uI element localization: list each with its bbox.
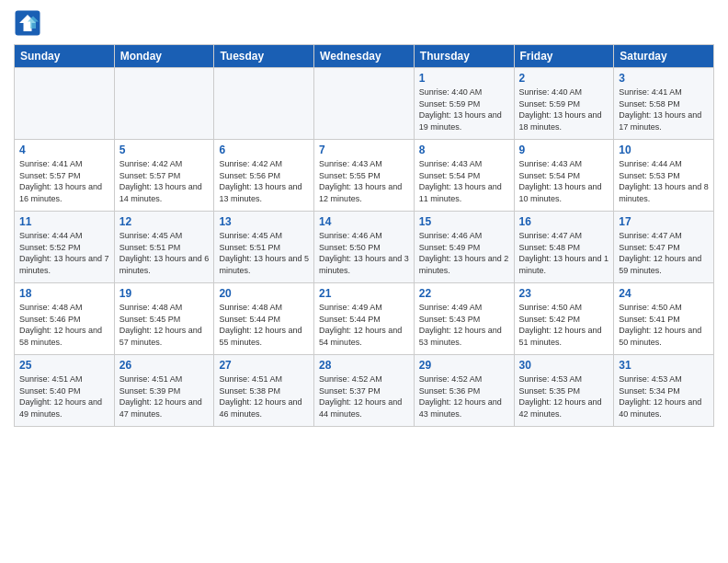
day-info: Sunrise: 4:45 AMSunset: 5:51 PMDaylight:… xyxy=(119,230,210,276)
weekday-header: Saturday xyxy=(614,45,714,68)
day-info: Sunrise: 4:40 AMSunset: 5:59 PMDaylight:… xyxy=(419,86,509,132)
day-number: 7 xyxy=(319,144,409,156)
calendar-cell: 7Sunrise: 4:43 AMSunset: 5:55 PMDaylight… xyxy=(314,140,415,212)
day-number: 27 xyxy=(219,359,309,372)
logo xyxy=(14,9,45,37)
calendar-cell: 2Sunrise: 4:40 AMSunset: 5:59 PMDaylight… xyxy=(514,68,614,140)
weekday-header: Wednesday xyxy=(314,45,415,68)
calendar-cell: 6Sunrise: 4:42 AMSunset: 5:56 PMDaylight… xyxy=(214,140,314,212)
day-info: Sunrise: 4:52 AMSunset: 5:37 PMDaylight:… xyxy=(319,373,409,419)
calendar-cell: 24Sunrise: 4:50 AMSunset: 5:41 PMDayligh… xyxy=(614,283,714,355)
calendar-cell: 4Sunrise: 4:41 AMSunset: 5:57 PMDaylight… xyxy=(15,140,115,212)
calendar-cell: 16Sunrise: 4:47 AMSunset: 5:48 PMDayligh… xyxy=(514,212,614,283)
weekday-header: Tuesday xyxy=(214,45,314,68)
day-number: 22 xyxy=(419,287,509,300)
day-number: 1 xyxy=(419,72,509,85)
calendar-cell: 22Sunrise: 4:49 AMSunset: 5:43 PMDayligh… xyxy=(414,283,514,355)
calendar-cell: 15Sunrise: 4:46 AMSunset: 5:49 PMDayligh… xyxy=(414,212,514,283)
day-number: 29 xyxy=(419,359,509,372)
day-number: 28 xyxy=(319,359,409,372)
calendar-header: SundayMondayTuesdayWednesdayThursdayFrid… xyxy=(15,45,714,68)
day-info: Sunrise: 4:45 AMSunset: 5:51 PMDaylight:… xyxy=(219,230,309,276)
day-number: 19 xyxy=(119,287,210,300)
calendar-cell: 25Sunrise: 4:51 AMSunset: 5:40 PMDayligh… xyxy=(15,355,115,427)
calendar-cell: 11Sunrise: 4:44 AMSunset: 5:52 PMDayligh… xyxy=(15,212,115,283)
calendar-cell: 26Sunrise: 4:51 AMSunset: 5:39 PMDayligh… xyxy=(114,355,214,427)
calendar-cell xyxy=(314,68,415,140)
day-info: Sunrise: 4:53 AMSunset: 5:35 PMDaylight:… xyxy=(519,373,609,419)
weekday-header: Sunday xyxy=(15,45,115,68)
day-number: 15 xyxy=(419,215,509,228)
day-number: 23 xyxy=(519,287,609,300)
day-number: 3 xyxy=(619,72,709,85)
day-info: Sunrise: 4:41 AMSunset: 5:58 PMDaylight:… xyxy=(619,86,709,132)
calendar-cell: 17Sunrise: 4:47 AMSunset: 5:47 PMDayligh… xyxy=(614,212,714,283)
calendar-cell: 18Sunrise: 4:48 AMSunset: 5:46 PMDayligh… xyxy=(15,283,115,355)
day-info: Sunrise: 4:43 AMSunset: 5:54 PMDaylight:… xyxy=(519,158,609,204)
calendar-cell: 5Sunrise: 4:42 AMSunset: 5:57 PMDaylight… xyxy=(114,140,214,212)
day-number: 26 xyxy=(119,359,210,372)
day-info: Sunrise: 4:44 AMSunset: 5:52 PMDaylight:… xyxy=(19,230,109,276)
day-info: Sunrise: 4:43 AMSunset: 5:54 PMDaylight:… xyxy=(419,158,509,204)
day-number: 8 xyxy=(419,144,509,156)
day-number: 18 xyxy=(19,287,109,300)
day-info: Sunrise: 4:48 AMSunset: 5:45 PMDaylight:… xyxy=(119,302,210,348)
day-number: 5 xyxy=(119,144,210,156)
day-info: Sunrise: 4:51 AMSunset: 5:39 PMDaylight:… xyxy=(119,373,210,419)
calendar-cell: 12Sunrise: 4:45 AMSunset: 5:51 PMDayligh… xyxy=(114,212,214,283)
weekday-header: Monday xyxy=(114,45,214,68)
calendar-cell: 28Sunrise: 4:52 AMSunset: 5:37 PMDayligh… xyxy=(314,355,415,427)
day-number: 4 xyxy=(19,144,109,156)
day-info: Sunrise: 4:50 AMSunset: 5:41 PMDaylight:… xyxy=(619,302,709,348)
calendar-cell xyxy=(114,68,214,140)
day-info: Sunrise: 4:43 AMSunset: 5:55 PMDaylight:… xyxy=(319,158,409,204)
day-number: 24 xyxy=(619,287,709,300)
calendar-cell: 9Sunrise: 4:43 AMSunset: 5:54 PMDaylight… xyxy=(514,140,614,212)
weekday-header: Friday xyxy=(514,45,614,68)
day-info: Sunrise: 4:46 AMSunset: 5:49 PMDaylight:… xyxy=(419,230,509,276)
main-container: SundayMondayTuesdayWednesdayThursdayFrid… xyxy=(0,0,728,436)
day-number: 11 xyxy=(19,215,109,228)
day-info: Sunrise: 4:42 AMSunset: 5:56 PMDaylight:… xyxy=(219,158,309,204)
day-number: 9 xyxy=(519,144,609,156)
calendar-cell: 13Sunrise: 4:45 AMSunset: 5:51 PMDayligh… xyxy=(214,212,314,283)
page-header xyxy=(14,9,714,37)
calendar-cell: 29Sunrise: 4:52 AMSunset: 5:36 PMDayligh… xyxy=(414,355,514,427)
weekday-header: Thursday xyxy=(414,45,514,68)
day-number: 25 xyxy=(19,359,109,372)
calendar-cell: 31Sunrise: 4:53 AMSunset: 5:34 PMDayligh… xyxy=(614,355,714,427)
calendar-cell: 3Sunrise: 4:41 AMSunset: 5:58 PMDaylight… xyxy=(614,68,714,140)
day-info: Sunrise: 4:49 AMSunset: 5:44 PMDaylight:… xyxy=(319,302,409,348)
calendar-cell: 30Sunrise: 4:53 AMSunset: 5:35 PMDayligh… xyxy=(514,355,614,427)
day-info: Sunrise: 4:48 AMSunset: 5:46 PMDaylight:… xyxy=(19,302,109,348)
day-number: 14 xyxy=(319,215,409,228)
day-info: Sunrise: 4:48 AMSunset: 5:44 PMDaylight:… xyxy=(219,302,309,348)
day-info: Sunrise: 4:51 AMSunset: 5:38 PMDaylight:… xyxy=(219,373,309,419)
calendar-cell: 20Sunrise: 4:48 AMSunset: 5:44 PMDayligh… xyxy=(214,283,314,355)
calendar-table: SundayMondayTuesdayWednesdayThursdayFrid… xyxy=(14,44,714,427)
calendar-cell: 19Sunrise: 4:48 AMSunset: 5:45 PMDayligh… xyxy=(114,283,214,355)
calendar-cell: 27Sunrise: 4:51 AMSunset: 5:38 PMDayligh… xyxy=(214,355,314,427)
day-number: 2 xyxy=(519,72,609,85)
calendar-cell: 10Sunrise: 4:44 AMSunset: 5:53 PMDayligh… xyxy=(614,140,714,212)
day-number: 21 xyxy=(319,287,409,300)
day-number: 31 xyxy=(619,359,709,372)
calendar-cell xyxy=(15,68,115,140)
day-info: Sunrise: 4:47 AMSunset: 5:48 PMDaylight:… xyxy=(519,230,609,276)
day-info: Sunrise: 4:50 AMSunset: 5:42 PMDaylight:… xyxy=(519,302,609,348)
day-info: Sunrise: 4:49 AMSunset: 5:43 PMDaylight:… xyxy=(419,302,509,348)
day-info: Sunrise: 4:51 AMSunset: 5:40 PMDaylight:… xyxy=(19,373,109,419)
day-info: Sunrise: 4:40 AMSunset: 5:59 PMDaylight:… xyxy=(519,86,609,132)
day-info: Sunrise: 4:52 AMSunset: 5:36 PMDaylight:… xyxy=(419,373,509,419)
calendar-cell: 1Sunrise: 4:40 AMSunset: 5:59 PMDaylight… xyxy=(414,68,514,140)
day-info: Sunrise: 4:42 AMSunset: 5:57 PMDaylight:… xyxy=(119,158,210,204)
day-number: 16 xyxy=(519,215,609,228)
calendar-cell xyxy=(214,68,314,140)
calendar-cell: 8Sunrise: 4:43 AMSunset: 5:54 PMDaylight… xyxy=(414,140,514,212)
day-info: Sunrise: 4:47 AMSunset: 5:47 PMDaylight:… xyxy=(619,230,709,276)
day-number: 13 xyxy=(219,215,309,228)
day-number: 10 xyxy=(619,144,709,156)
day-info: Sunrise: 4:46 AMSunset: 5:50 PMDaylight:… xyxy=(319,230,409,276)
day-number: 20 xyxy=(219,287,309,300)
day-info: Sunrise: 4:41 AMSunset: 5:57 PMDaylight:… xyxy=(19,158,109,204)
